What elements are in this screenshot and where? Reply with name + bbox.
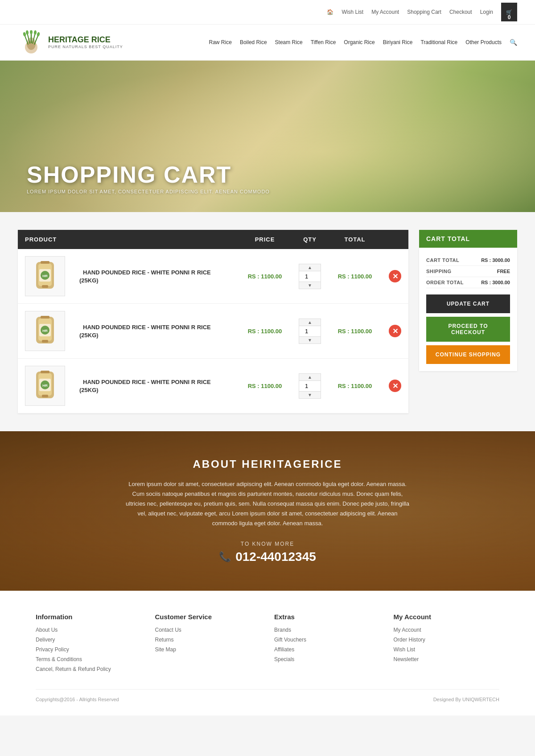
nav-tiffen-rice[interactable]: Tiffen Rice <box>311 39 336 45</box>
cart-total-value: RS : 3000.00 <box>481 257 510 263</box>
about-section: ABOUT HEIRITAGERICE Lorem ipsum dolor si… <box>0 431 535 591</box>
update-cart-button[interactable]: UPDATE CART <box>426 294 510 313</box>
footer-link[interactable]: About Us <box>36 627 142 633</box>
qty-up-button[interactable]: ▲ <box>299 264 321 271</box>
svg-rect-31 <box>41 371 49 373</box>
product-price-cell: RS : 1100.00 <box>238 304 292 359</box>
footer-link[interactable]: Returns <box>155 637 261 643</box>
cart-item-row: HR HAND POUNDED RICE - WHITE PONNI R RIC… <box>18 304 408 359</box>
product-remove-cell[interactable]: ✕ <box>382 304 408 359</box>
cart-badge[interactable]: 🛒 0 <box>501 3 517 21</box>
footer-link[interactable]: Cancel, Return & Refund Policy <box>36 666 142 672</box>
footer-link[interactable]: Affiliates <box>274 646 380 653</box>
svg-point-9 <box>30 30 33 34</box>
copyright: Copyrights@2016 - Allrights Reserved <box>36 697 119 702</box>
qty-control[interactable]: ▲ ▼ <box>299 264 321 289</box>
nav-traditional-rice[interactable]: Traditional Rice <box>420 39 457 45</box>
nav-raw-rice[interactable]: Raw Rice <box>209 39 232 45</box>
hero-content: SHOPPING CART LOREM IPSUM DOLOR SIT AMET… <box>27 163 270 194</box>
footer-col-0: InformationAbout UsDeliveryPrivacy Polic… <box>36 613 142 676</box>
product-price: RS : 1100.00 <box>248 328 282 335</box>
svg-rect-25 <box>42 340 48 343</box>
nav-organic-rice[interactable]: Organic Rice <box>344 39 374 45</box>
site-name: HERITAGE RICE <box>48 36 123 45</box>
cart-total-body: CART TOTAL RS : 3000.00 SHIPPING FREE OR… <box>419 248 517 371</box>
product-name-cell: HAND POUNDED RICE - WHITE PONNI R RICE (… <box>72 249 238 304</box>
qty-control[interactable]: ▲ ▼ <box>299 319 321 344</box>
footer-link[interactable]: Privacy Policy <box>36 646 142 653</box>
logo[interactable]: HERITAGE RICE PURE NATURALS BEST QUALITY <box>18 29 123 56</box>
product-name: HAND POUNDED RICE - WHITE PONNI R RICE (… <box>79 324 211 339</box>
footer-link[interactable]: Newsletter <box>394 656 500 662</box>
product-remove-cell[interactable]: ✕ <box>382 249 408 304</box>
svg-rect-32 <box>42 395 48 397</box>
footer-link[interactable]: Delivery <box>36 637 142 643</box>
footer-link[interactable]: Site Map <box>155 646 261 653</box>
footer-link[interactable]: Terms & Conditions <box>36 656 142 662</box>
remove-button[interactable]: ✕ <box>389 270 401 282</box>
qty-control[interactable]: ▲ ▼ <box>299 373 321 399</box>
footer-link[interactable]: Wish List <box>394 646 500 653</box>
checkout-link[interactable]: Checkout <box>449 9 472 15</box>
svg-point-8 <box>25 30 29 35</box>
qty-input[interactable] <box>299 271 321 282</box>
product-remove-cell[interactable]: ✕ <box>382 359 408 413</box>
footer-link[interactable]: Contact Us <box>155 627 261 633</box>
cart-total-header: CART TOTAL <box>419 230 517 248</box>
qty-down-button[interactable]: ▼ <box>299 391 321 398</box>
shoppingcart-link[interactable]: Shopping Cart <box>407 9 441 15</box>
phone-row: 📞 012-44012345 <box>18 550 517 564</box>
svg-rect-17 <box>41 261 49 264</box>
nav-steam-rice[interactable]: Steam Rice <box>275 39 303 45</box>
rice-bag-icon: HR <box>29 368 61 404</box>
nav-other-products[interactable]: Other Products <box>465 39 502 45</box>
footer-link[interactable]: Specials <box>274 656 380 662</box>
nav-biriyani-rice[interactable]: Biriyani Rice <box>383 39 413 45</box>
product-name-cell: HAND POUNDED RICE - WHITE PONNI R RICE (… <box>72 304 238 359</box>
footer-link[interactable]: My Account <box>394 627 500 633</box>
cart-table-header: PRODUCT PRICE QTY TOTAL <box>18 230 408 249</box>
cart-count: 0 <box>508 14 511 20</box>
cart-table: PRODUCT PRICE QTY TOTAL HR <box>18 230 408 413</box>
footer-link[interactable]: Order History <box>394 637 500 643</box>
svg-rect-24 <box>41 316 49 319</box>
qty-up-button[interactable]: ▲ <box>299 374 321 381</box>
footer: InformationAbout UsDeliveryPrivacy Polic… <box>0 591 535 715</box>
qty-input[interactable] <box>299 381 321 391</box>
product-price: RS : 1100.00 <box>248 273 282 280</box>
product-image: HR <box>25 256 65 296</box>
hero-banner: SHOPPING CART LOREM IPSUM DOLOR SIT AMET… <box>0 61 535 212</box>
cart-sidebar: CART TOTAL CART TOTAL RS : 3000.00 SHIPP… <box>419 230 517 371</box>
product-qty-cell[interactable]: ▲ ▼ <box>292 359 328 413</box>
proceed-checkout-button[interactable]: PROCEED TO CHECKOUT <box>426 317 510 342</box>
nav-boiled-rice[interactable]: Boiled Rice <box>240 39 267 45</box>
svg-text:HR: HR <box>42 384 48 388</box>
product-qty-cell[interactable]: ▲ ▼ <box>292 304 328 359</box>
search-icon[interactable]: 🔍 <box>510 39 517 46</box>
cart-total-label: CART TOTAL <box>426 257 459 263</box>
col-product: PRODUCT <box>18 230 238 249</box>
rice-bag-icon: HR <box>29 313 61 349</box>
qty-up-button[interactable]: ▲ <box>299 319 321 326</box>
wishlist-link[interactable]: Wish List <box>342 9 363 15</box>
footer-link[interactable]: Brands <box>274 627 380 633</box>
main-nav: Raw Rice Boiled Rice Steam Rice Tiffen R… <box>209 39 517 46</box>
product-total: RS : 1100.00 <box>338 328 372 335</box>
remove-button[interactable]: ✕ <box>389 380 401 392</box>
remove-button[interactable]: ✕ <box>389 325 401 337</box>
product-qty-cell[interactable]: ▲ ▼ <box>292 249 328 304</box>
order-total-label: ORDER TOTAL <box>426 280 464 285</box>
footer-cols: InformationAbout UsDeliveryPrivacy Polic… <box>36 613 499 676</box>
footer-link[interactable]: Gift Vouchers <box>274 637 380 643</box>
qty-down-button[interactable]: ▼ <box>299 336 321 343</box>
qty-down-button[interactable]: ▼ <box>299 282 321 289</box>
product-total-cell: RS : 1100.00 <box>328 304 382 359</box>
product-price-cell: RS : 1100.00 <box>238 359 292 413</box>
logo-icon <box>18 29 45 56</box>
qty-input[interactable] <box>299 326 321 336</box>
login-link[interactable]: Login <box>480 9 493 15</box>
order-total-row: ORDER TOTAL RS : 3000.00 <box>426 277 510 288</box>
continue-shopping-button[interactable]: CONTINUE SHOPPING <box>426 345 510 364</box>
myaccount-link[interactable]: My Account <box>371 9 399 15</box>
footer-col-1: Customer ServiceContact UsReturnsSite Ma… <box>155 613 261 676</box>
